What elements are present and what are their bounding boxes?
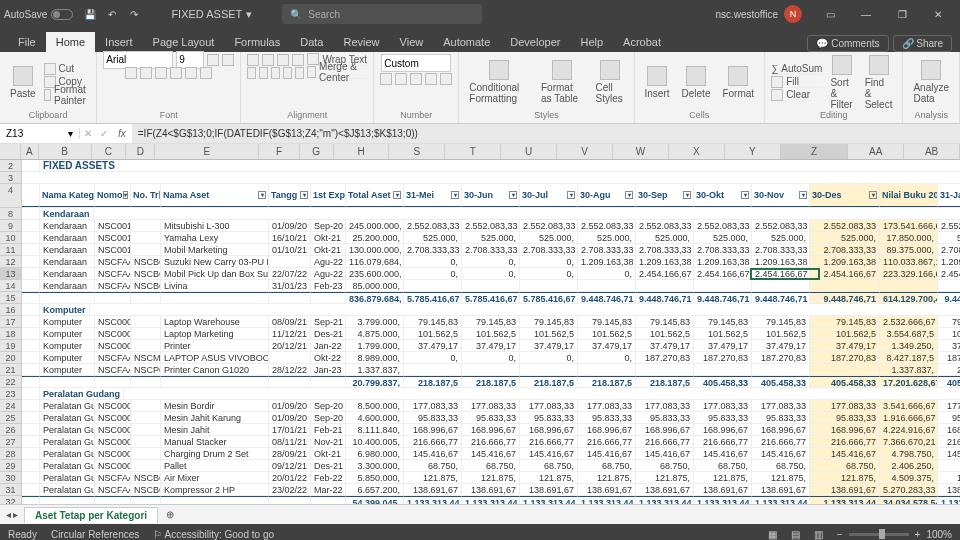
cell[interactable]: Kendaraan [40,256,95,267]
cell[interactable]: 101.562,5 [636,328,694,339]
comma-icon[interactable] [410,73,422,85]
cell[interactable]: 4.798.750, [880,448,938,459]
border-icon[interactable] [170,67,182,79]
cell[interactable]: 17/01/21 [269,424,311,435]
row-12[interactable]: 12 [0,256,22,268]
cell[interactable]: 37.479,17 [520,340,578,351]
cell[interactable]: 187.270,83 [752,352,810,363]
cell[interactable]: 2.532.666,67 [880,316,938,327]
cell[interactable] [131,400,161,411]
row-22[interactable]: 22 [0,376,22,388]
cell[interactable]: 138.691,67 [810,484,880,495]
view-pagelayout-icon[interactable]: ▤ [791,529,800,540]
col-V[interactable]: V [557,144,613,159]
comments-button[interactable]: 💬 Comments [807,35,888,52]
cell[interactable]: 68.750, [404,460,462,471]
cell[interactable]: 1.133.313,44 [694,496,752,504]
cell[interactable] [22,256,40,267]
align-right-icon[interactable] [271,67,280,79]
sheet-prev-icon[interactable]: ◂ [6,509,11,520]
cell[interactable] [22,460,40,471]
row-18[interactable]: 18 [0,328,22,340]
share-button[interactable]: 🔗 Share [893,35,952,52]
cell[interactable]: 68.750, [752,460,810,471]
cell[interactable]: 1.133.313,44 [938,496,960,504]
cell[interactable]: Sep-21 [311,316,346,327]
filter-icon[interactable]: ▾ [741,191,749,199]
cell[interactable]: 1.209.163,38 [938,256,960,267]
cell[interactable]: 405.458,33 [752,376,810,387]
cell[interactable]: 525.000, [752,232,810,243]
hdr-nov[interactable]: 30-Nov▾ [752,184,810,207]
cell[interactable]: Manual Stacker [161,436,269,447]
tab-automate[interactable]: Automate [433,32,500,52]
cell[interactable]: NSC0005 [95,448,131,459]
cell[interactable]: 101.562,5 [810,328,880,339]
search-box[interactable]: 🔍 Search [282,4,482,24]
cell[interactable]: 8.989.000, [346,352,404,363]
cell[interactable]: Air Mixer [161,472,269,483]
cell[interactable] [269,496,311,504]
row-32[interactable]: 32 [0,496,22,504]
cell[interactable]: 95.833,33 [404,412,462,423]
cell[interactable] [636,364,694,375]
cell[interactable]: Kendaraan [40,244,95,255]
cell[interactable] [161,292,269,303]
cell[interactable]: 216.666,77 [810,436,880,447]
col-S[interactable]: S [389,144,445,159]
bold-icon[interactable] [125,67,137,79]
row-24[interactable]: 24 [0,400,22,412]
cell[interactable]: 0, [404,256,462,267]
cell[interactable] [131,328,161,339]
cell[interactable]: 85.000.000, [346,280,404,291]
maximize-icon[interactable]: ❐ [884,0,920,28]
italic-icon[interactable] [140,67,152,79]
cell[interactable]: 1.133.313,44 [404,496,462,504]
fx-icon[interactable]: fx [112,128,132,139]
cell[interactable]: Pallet [161,460,269,471]
cell[interactable] [22,472,40,483]
cell[interactable]: NSC0013 [95,244,131,255]
cell[interactable]: Feb-23 [311,280,346,291]
align-top-icon[interactable] [247,54,259,66]
cancel-formula-icon[interactable]: ✕ [80,128,96,139]
cell[interactable]: 121.875, [520,472,578,483]
row-17[interactable]: 17 [0,316,22,328]
row-21[interactable]: 21 [0,364,22,376]
cell[interactable]: 145.416,67 [404,448,462,459]
filter-icon[interactable]: ▾ [683,191,691,199]
cell[interactable]: 1.133.313,44 [810,496,880,504]
cell[interactable]: 145.416,67 [462,448,520,459]
tab-file[interactable]: File [8,32,46,52]
cell[interactable]: Laptop Warehouse [161,316,269,327]
cell[interactable]: 138.691,67 [694,484,752,495]
cell[interactable]: 17.850.000, [880,232,938,243]
cell[interactable]: 187.270,83 [636,352,694,363]
row-10[interactable]: 10 [0,232,22,244]
cell[interactable]: 68.750, [636,460,694,471]
cell[interactable]: 1.209.163,38 [752,256,810,267]
cell[interactable]: 1.133.313,44 [578,496,636,504]
col-E[interactable]: E [155,144,259,159]
cell[interactable]: 177.083,33 [938,400,960,411]
cell[interactable] [22,496,40,504]
cell[interactable]: Suzuki New Carry 03-PU FD-2 26/07/22 [161,256,269,267]
cell[interactable]: 27.871,6 [938,364,960,375]
dec-decimal-icon[interactable] [440,73,452,85]
cell[interactable]: 95.833,33 [810,412,880,423]
cell[interactable]: 1.133.313,44 [462,496,520,504]
cell[interactable]: 101.562,5 [404,328,462,339]
cell[interactable]: 95.833,33 [694,412,752,423]
cell[interactable] [22,424,40,435]
cell[interactable]: 525.000, [694,232,752,243]
cell[interactable] [40,376,95,387]
cell[interactable]: 2.708.333,33 [578,244,636,255]
cell[interactable]: NSCBCA2 [131,484,161,495]
col-F[interactable]: F [259,144,299,159]
row-16[interactable]: 16 [0,304,22,316]
cell[interactable]: 2.454.166,67 [752,268,810,279]
cell[interactable]: 168.996,67 [520,424,578,435]
row-23[interactable]: 23 [0,388,22,400]
col-AA[interactable]: AA [848,144,904,159]
cell[interactable]: 168.996,67 [578,424,636,435]
